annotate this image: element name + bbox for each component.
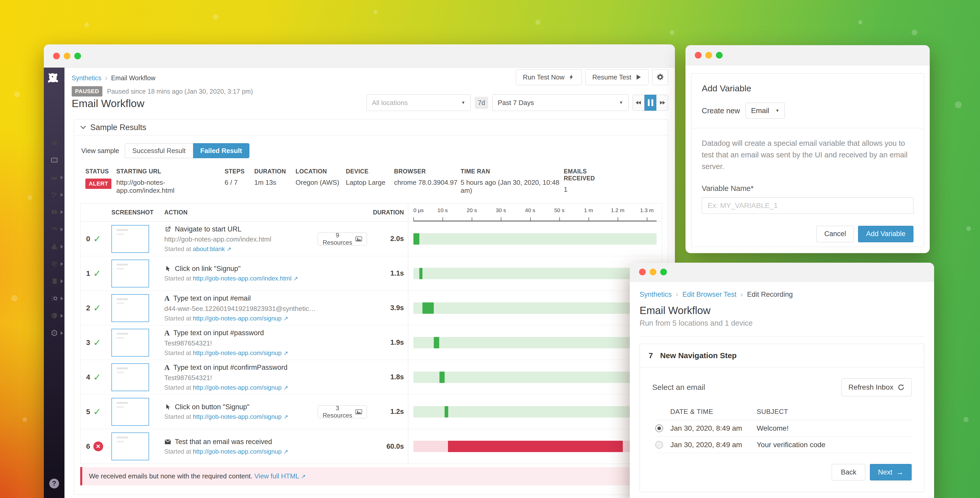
email-row[interactable]: Jan 30, 2020, 8:49 am Welcome!: [655, 420, 912, 437]
zoom-window-button[interactable]: [660, 269, 667, 275]
settings-button[interactable]: [652, 69, 668, 85]
step-screenshot-thumbnail[interactable]: [111, 433, 149, 460]
resources-button[interactable]: 3 Resources: [318, 405, 367, 418]
zoom-window-button[interactable]: [716, 52, 722, 59]
step-started-at: Started at http://gob-notes-app.com/sign…: [164, 448, 318, 455]
step-index: 6: [86, 442, 90, 450]
breadcrumb-synthetics-link[interactable]: Synthetics: [640, 290, 672, 298]
select-email-label: Select an email: [652, 383, 705, 392]
started-at-link[interactable]: http://gob-notes-app.com/signup: [193, 448, 282, 455]
started-at-link[interactable]: about:blank: [193, 246, 225, 252]
create-new-label: Create new: [702, 107, 740, 115]
sidebar-item-synthetics[interactable]: [44, 220, 64, 238]
add-variable-button[interactable]: Add Variable: [858, 226, 913, 242]
step-action-detail: Test987654321!: [164, 339, 318, 347]
step-row-4[interactable]: 4 ✓ AType text on input #confirmPassword…: [81, 360, 662, 394]
close-window-button[interactable]: [639, 269, 646, 275]
paused-note: Paused since 18 mins ago (Jan 30, 2020, …: [107, 88, 253, 95]
back-button[interactable]: Back: [832, 464, 865, 480]
sample-results-header[interactable]: Sample Results: [74, 120, 668, 136]
email-radio[interactable]: [655, 441, 663, 449]
sidebar-item-watchdog[interactable]: [44, 134, 64, 152]
email-row[interactable]: Jan 30, 2020, 8:49 am Your verification …: [655, 437, 912, 453]
step-screenshot-thumbnail[interactable]: [111, 294, 149, 322]
step-duration: 1.1s: [363, 256, 408, 290]
pause-button[interactable]: [644, 95, 656, 111]
sidebar-item-host-map[interactable]: [44, 186, 64, 203]
step-screenshot-thumbnail[interactable]: [111, 329, 149, 357]
sidebar-item-metrics[interactable]: [44, 169, 64, 186]
fast-forward-button[interactable]: [656, 95, 668, 111]
sidebar-item-help[interactable]: ?: [49, 475, 59, 492]
breadcrumb-edit-browser-test-link[interactable]: Edit Browser Test: [682, 290, 737, 298]
step-action-title: AType text on input #confirmPassword: [164, 363, 318, 372]
axis-tick-label: 20 s: [466, 207, 477, 213]
run-test-now-button[interactable]: Run Test Now: [516, 69, 582, 85]
email-icon: [164, 438, 171, 445]
started-at-link[interactable]: http://gob-notes-app.com/signup: [193, 384, 282, 391]
step-row-3[interactable]: 3 ✓ AType text on input #password Test98…: [81, 326, 662, 360]
datadog-logo-icon[interactable]: [47, 71, 61, 87]
sidebar-item-notebooks[interactable]: [44, 273, 64, 290]
time-range-select[interactable]: Past 7 Days ▼: [492, 94, 628, 111]
close-window-button[interactable]: [53, 53, 60, 59]
variable-name-input[interactable]: [702, 197, 913, 214]
type-icon: A: [164, 329, 170, 337]
started-at-link[interactable]: http://gob-notes-app.com/index.html: [193, 275, 292, 282]
step-timeline-track: [414, 233, 657, 244]
step-row-0[interactable]: 0 ✓ Navigate to start URL http://gob-not…: [81, 222, 662, 256]
step-screenshot-thumbnail[interactable]: [111, 363, 149, 391]
logs-icon: [51, 260, 58, 267]
step-index: 1: [86, 270, 90, 278]
step-timeline-track: [414, 441, 657, 452]
locations-select[interactable]: All locations ▼: [366, 94, 471, 111]
sidebar-item-integrations[interactable]: [44, 238, 64, 255]
resume-test-button[interactable]: Resume Test: [585, 69, 649, 85]
breadcrumb: Synthetics › Edit Browser Test › Edit Re…: [640, 290, 924, 298]
click-icon: [164, 404, 171, 410]
sidebar-item-apm[interactable]: [44, 290, 64, 307]
step-screenshot-thumbnail[interactable]: [111, 398, 149, 426]
cancel-button[interactable]: Cancel: [816, 226, 854, 242]
step-row-6[interactable]: 6 × Test that an email was received Star…: [81, 429, 662, 464]
refresh-inbox-button[interactable]: Refresh Inbox: [842, 378, 912, 396]
started-at-link[interactable]: http://gob-notes-app.com/signup: [193, 315, 282, 322]
minimize-window-button[interactable]: [650, 269, 656, 275]
variable-type-select[interactable]: Email ▼: [746, 103, 785, 119]
started-at-link[interactable]: http://gob-notes-app.com/signup: [193, 350, 282, 356]
col-duration: DURATION: [363, 204, 408, 221]
rewind-button[interactable]: [633, 95, 644, 111]
step-screenshot-thumbnail[interactable]: [111, 260, 149, 287]
step-title: New Navigation Step: [660, 351, 737, 360]
minimize-window-button[interactable]: [64, 53, 70, 59]
step-row-1[interactable]: 1 ✓ Click on link "Signup" Started at ht…: [81, 256, 662, 291]
resources-button[interactable]: 9 Resources: [318, 233, 367, 246]
close-window-button[interactable]: [695, 52, 702, 59]
col-date-time: DATE & TIME: [670, 408, 757, 416]
step-duration: 2.0s: [363, 222, 408, 256]
step-action-title: AType text on input #password: [164, 329, 318, 337]
sidebar-item-logs[interactable]: [44, 255, 64, 273]
step-action-detail: Test987654321!: [164, 374, 318, 382]
step-row-2[interactable]: 2 ✓ AType text on input #email d44-wwr-5…: [81, 291, 662, 326]
view-full-html-link[interactable]: View full HTML: [254, 472, 299, 480]
sidebar-item-events[interactable]: [44, 324, 64, 342]
sidebar-item-security[interactable]: [44, 307, 64, 324]
sidebar-item-monitors[interactable]: [44, 203, 64, 220]
tab-failed-result[interactable]: Failed Result: [193, 143, 250, 158]
breadcrumb-synthetics-link[interactable]: Synthetics: [72, 74, 101, 82]
zoom-window-button[interactable]: [74, 53, 81, 59]
step-row-5[interactable]: 5 ✓ Click on button "Signup" Started at …: [81, 394, 662, 429]
next-button[interactable]: Next →: [870, 464, 912, 480]
email-radio[interactable]: [655, 425, 663, 432]
step-screenshot-thumbnail[interactable]: [111, 225, 149, 253]
dialog-title: Add Variable: [702, 83, 913, 93]
tab-successful-result[interactable]: Successful Result: [125, 143, 193, 158]
sidebar-item-infrastructure[interactable]: [44, 152, 64, 169]
chevron-down-icon: ▼: [775, 109, 780, 113]
started-at-link[interactable]: http://gob-notes-app.com/signup: [193, 413, 282, 420]
step-duration: 3.9s: [363, 291, 408, 325]
pass-check-icon: ✓: [93, 268, 101, 279]
minimize-window-button[interactable]: [705, 52, 712, 59]
sidebar-item-teams[interactable]: [50, 493, 59, 498]
